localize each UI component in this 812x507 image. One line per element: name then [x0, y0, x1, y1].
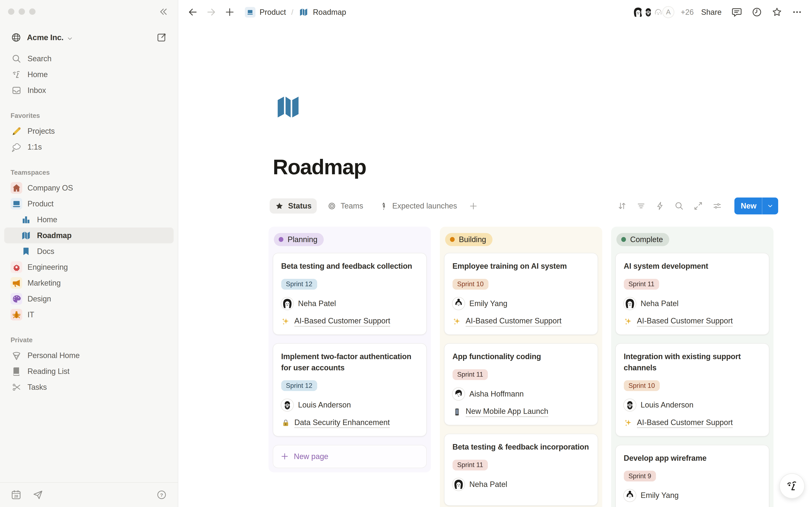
sort-icon[interactable] [617, 201, 627, 211]
sidebar-item-personal-home[interactable]: Personal Home [4, 348, 173, 363]
card-develop-app-wireframe[interactable]: Develop app wireframeSprint 9Emily Yang [615, 445, 769, 507]
relation-link[interactable]: AI-Based Customer Support [624, 418, 761, 428]
new-page-plus-icon[interactable] [224, 7, 235, 18]
comments-icon[interactable] [731, 7, 743, 18]
more-options-icon[interactable] [792, 7, 803, 18]
sprint-tag: Sprint 11 [624, 279, 659, 290]
sidebar-item-it[interactable]: IT [4, 307, 173, 323]
sidebar-collapse-icon[interactable] [158, 6, 169, 17]
bookmark-icon [20, 245, 32, 257]
sidebar: Acme Inc. SearchHomeInbox FavoritesProje… [0, 0, 178, 507]
view-settings-icon[interactable] [712, 201, 722, 211]
card-title: Implement two-factor authentication for … [281, 351, 418, 373]
column-header-building[interactable]: Building [445, 233, 493, 246]
person-row: Louis Anderson [624, 399, 761, 411]
sidebar-item-projects[interactable]: Projects [4, 123, 173, 139]
breadcrumb-roadmap[interactable]: Roadmap [297, 5, 348, 19]
relation-link[interactable]: New Mobile App Launch [453, 407, 590, 417]
notion-ai-button[interactable] [780, 474, 804, 498]
card-ai-system-development[interactable]: AI system developmentSprint 11Neha Patel… [615, 253, 769, 335]
column-header-planning[interactable]: Planning [274, 233, 324, 246]
breadcrumb-label: Roadmap [313, 8, 346, 17]
sidebar-item-tasks[interactable]: Tasks [4, 379, 173, 395]
back-arrow-icon[interactable] [187, 7, 198, 18]
window-controls [0, 0, 178, 23]
new-page-button[interactable]: New page [273, 445, 427, 468]
compose-icon[interactable] [156, 32, 167, 43]
tab-teams[interactable]: Teams [322, 199, 368, 214]
new-button-chevron-icon[interactable] [762, 203, 778, 210]
relation-link[interactable]: AI-Based Customer Support [624, 317, 761, 327]
section-label-private[interactable]: Private [11, 336, 167, 344]
workspace-switcher[interactable]: Acme Inc. [4, 29, 173, 47]
sidebar-item-home[interactable]: Home [4, 66, 173, 82]
section-label-teamspaces[interactable]: Teamspaces [11, 169, 167, 176]
sidebar-item-roadmap[interactable]: Roadmap [4, 228, 173, 243]
sprint-tag: Sprint 10 [624, 380, 660, 391]
sidebar-item-search[interactable]: Search [4, 51, 173, 66]
collaborator-avatars[interactable]: A [631, 5, 675, 19]
breadcrumb-product[interactable]: Product [243, 5, 288, 19]
new-page-label: New page [294, 452, 328, 461]
sidebar-item-design[interactable]: Design [4, 291, 173, 307]
gear-icon [11, 261, 22, 273]
forward-arrow-icon[interactable] [206, 7, 217, 18]
sidebar-item-engineering[interactable]: Engineering [4, 259, 173, 275]
card-integration-with-existing-support-channels[interactable]: Integration with existing support channe… [615, 343, 769, 437]
card-app-functionality-coding[interactable]: App functionality codingSprint 11Aisha H… [444, 343, 598, 425]
calendar-icon[interactable]: 28 [11, 489, 22, 500]
new-button[interactable]: New [734, 198, 778, 214]
search-view-icon[interactable] [674, 201, 684, 211]
person-row: Emily Yang [453, 297, 590, 310]
relation-link[interactable]: Data Security Enhancement [281, 418, 418, 428]
sidebar-item-1-1s[interactable]: 1:1s [4, 139, 173, 155]
breadcrumb-separator: / [291, 8, 293, 16]
sidebar-item-inbox[interactable]: Inbox [4, 82, 173, 98]
sidebar-item-label: Docs [37, 247, 54, 256]
updates-clock-icon[interactable] [751, 7, 763, 18]
paper-plane-icon[interactable] [32, 489, 44, 500]
sidebar-item-docs[interactable]: Docs [4, 243, 173, 259]
add-view-icon[interactable] [469, 201, 478, 211]
card-implement-two-factor-authentication-for-user-accounts[interactable]: Implement two-factor authentication for … [273, 343, 427, 437]
sidebar-item-marketing[interactable]: Marketing [4, 275, 173, 291]
star-filled-icon [275, 202, 284, 211]
window-zoom-button[interactable] [29, 8, 36, 15]
sidebar-item-reading-list[interactable]: Reading List [4, 363, 173, 379]
column-header-complete[interactable]: Complete [616, 233, 669, 246]
avatar-letter[interactable]: A [661, 5, 676, 19]
status-dot [450, 237, 455, 242]
thought-cloud-icon [11, 141, 22, 153]
window-minimize-button[interactable] [18, 8, 25, 15]
share-button[interactable]: Share [701, 8, 722, 17]
tab-status[interactable]: Status [270, 199, 317, 214]
card-beta-testing-feedback-incorporation[interactable]: Beta testing & feedback incorporationSpr… [444, 434, 598, 506]
avatar-emily [624, 490, 636, 502]
section-label-favorites[interactable]: Favorites [11, 112, 167, 120]
automations-lightning-icon[interactable] [655, 201, 665, 211]
person-name: Emily Yang [641, 491, 679, 500]
card-beta-testing-and-feedback-collection[interactable]: Beta testing and feedback collectionSpri… [273, 253, 427, 335]
relation-link-label: New Mobile App Launch [466, 407, 548, 417]
page-icon-map[interactable] [273, 93, 303, 122]
sparkles-icon [453, 317, 462, 326]
inbox-icon [11, 84, 22, 96]
relation-link[interactable]: AI-Based Customer Support [453, 317, 590, 327]
person-name: Emily Yang [469, 299, 507, 308]
expand-icon[interactable] [693, 201, 703, 211]
relation-link[interactable]: AI-Based Customer Support [281, 317, 418, 327]
sidebar-item-product[interactable]: Product [4, 196, 173, 212]
person-name: Louis Anderson [298, 400, 351, 409]
help-icon[interactable]: ? [156, 489, 167, 500]
laptop-icon [245, 7, 255, 17]
breadcrumb-label: Product [260, 8, 286, 17]
sidebar-item-company-os[interactable]: Company OS [4, 180, 173, 196]
avatar-neha [624, 297, 636, 310]
filter-icon[interactable] [636, 201, 646, 211]
card-employee-training-on-ai-system[interactable]: Employee training on AI systemSprint 10E… [444, 253, 598, 335]
tab-expected-launches[interactable]: Expected launches [374, 199, 462, 214]
favorite-star-icon[interactable] [771, 7, 782, 18]
rocket-icon [379, 202, 388, 211]
sidebar-item-home[interactable]: Home [4, 212, 173, 228]
window-close-button[interactable] [8, 8, 14, 15]
